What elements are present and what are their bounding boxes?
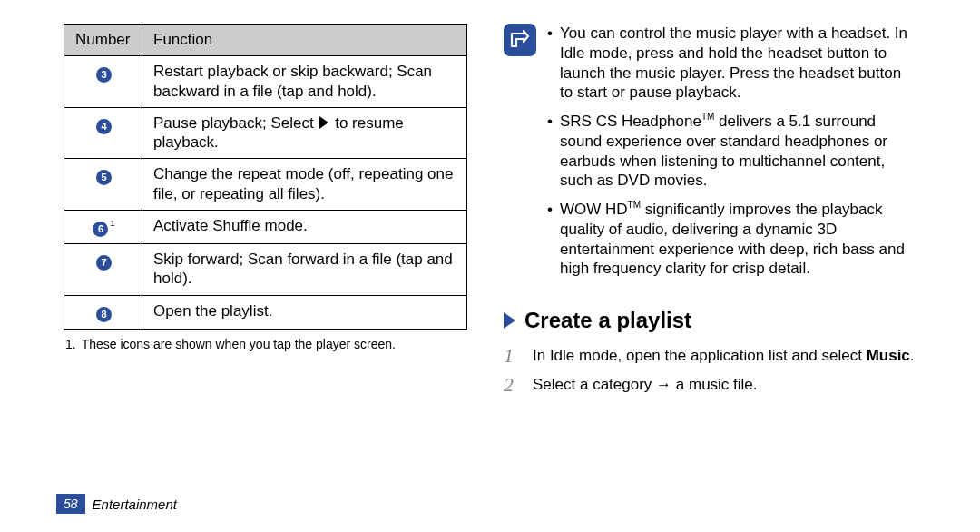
note-bullet: You can control the music player with a … <box>547 24 916 103</box>
section-title: Create a playlist <box>524 308 691 333</box>
note-icon <box>504 24 536 56</box>
footnote-num: 1. <box>65 337 78 351</box>
function-text: Skip forward; Scan forward in a file (ta… <box>153 251 453 287</box>
number-badge: 3 <box>96 67 112 83</box>
bullet-text: WOW HD <box>560 201 628 218</box>
number-badge: 5 <box>96 170 112 185</box>
number-badge: 8 <box>96 307 112 322</box>
chevron-right-icon <box>504 312 515 329</box>
trademark: TM <box>701 112 714 122</box>
step-text: In Idle mode, open the application list … <box>533 347 867 364</box>
step: 2Select a category → a music file. <box>504 375 916 395</box>
note-block: You can control the music player with a … <box>504 24 916 288</box>
footnote-ref: 1 <box>110 219 114 228</box>
table-row: 8Open the playlist. <box>64 295 467 329</box>
number-badge: 4 <box>96 119 112 134</box>
row-function: Pause playback; Select to resume playbac… <box>142 107 467 159</box>
footnote: 1. These icons are shown when you tap th… <box>64 337 467 351</box>
row-number: 61 <box>64 210 142 243</box>
table-row: 61Activate Shuffle mode. <box>64 210 467 243</box>
note-bullet: WOW HDTM significantly improves the play… <box>547 200 916 279</box>
number-badge: 6 <box>93 222 108 237</box>
step: 1In Idle mode, open the application list… <box>504 346 916 366</box>
function-text: Open the playlist. <box>153 302 272 320</box>
bullet-text: You can control the music player with a … <box>560 25 907 101</box>
table-row: 3Restart playback or skip backward; Scan… <box>64 56 467 108</box>
row-function: Change the repeat mode (off, repeating o… <box>142 159 467 211</box>
note-bullet: SRS CS HeadphoneTM delivers a 5.1 surrou… <box>547 112 916 191</box>
function-text: Change the repeat mode (off, repeating o… <box>153 165 453 202</box>
row-number: 7 <box>64 244 142 296</box>
step-number: 2 <box>504 375 520 395</box>
page-number: 58 <box>56 494 85 514</box>
trademark: TM <box>628 200 641 210</box>
row-number: 8 <box>64 295 142 329</box>
note-bullets: You can control the music player with a … <box>547 24 916 288</box>
row-function: Activate Shuffle mode. <box>142 210 467 243</box>
number-badge: 7 <box>96 255 112 271</box>
section-heading: Create a playlist <box>504 308 916 333</box>
bullet-text: SRS CS Headphone <box>560 113 701 130</box>
step-text-post: . <box>910 347 915 364</box>
footnote-text: These icons are shown when you tap the p… <box>82 337 396 351</box>
play-icon <box>319 116 328 129</box>
step-text: Select a category → a music file. <box>533 376 758 393</box>
table-row: 7Skip forward; Scan forward in a file (t… <box>64 244 467 296</box>
steps-list: 1In Idle mode, open the application list… <box>504 346 916 395</box>
table-row: 4Pause playback; Select to resume playba… <box>64 107 467 159</box>
step-number: 1 <box>504 346 520 366</box>
step-body: Select a category → a music file. <box>533 375 758 395</box>
function-text: Restart playback or skip backward; Scan … <box>153 63 432 99</box>
page-footer: 58 Entertainment <box>56 494 177 514</box>
header-number: Number <box>64 25 142 56</box>
functions-table: Number Function 3Restart playback or ski… <box>64 24 467 330</box>
table-row: 5Change the repeat mode (off, repeating … <box>64 159 467 211</box>
function-text: Activate Shuffle mode. <box>153 217 308 234</box>
step-keyword: Music <box>867 347 910 364</box>
section-name: Entertainment <box>93 497 177 512</box>
header-function: Function <box>142 25 467 56</box>
row-function: Restart playback or skip backward; Scan … <box>142 56 467 108</box>
row-number: 5 <box>64 159 142 211</box>
function-text: Pause playback; Select <box>153 114 318 132</box>
row-function: Open the playlist. <box>142 295 467 329</box>
step-body: In Idle mode, open the application list … <box>533 346 915 366</box>
row-function: Skip forward; Scan forward in a file (ta… <box>142 244 467 296</box>
row-number: 4 <box>64 107 142 159</box>
row-number: 3 <box>64 56 142 108</box>
